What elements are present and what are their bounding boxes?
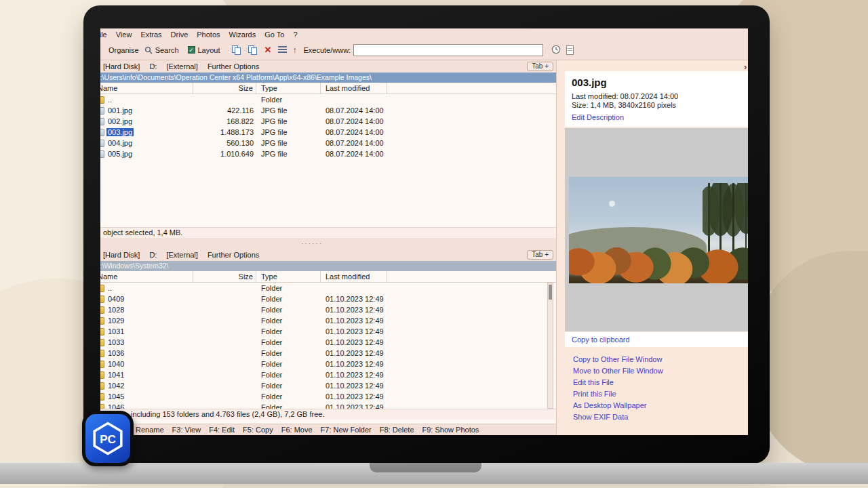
folder-icon bbox=[100, 393, 104, 401]
column-header-type[interactable]: Type bbox=[256, 271, 321, 282]
paste-icon[interactable] bbox=[248, 45, 258, 55]
copy-to-clipboard-link[interactable]: Copy to clipboard bbox=[572, 336, 630, 344]
app-logo[interactable]: PC bbox=[82, 411, 134, 466]
function-key-button[interactable]: F8: Delete bbox=[380, 426, 414, 434]
panel-collapse-icon[interactable]: › bbox=[744, 62, 747, 72]
file-row[interactable]: 1045 Folder 01.10.2023 12:49 bbox=[100, 391, 556, 402]
column-header-name[interactable]: Name bbox=[100, 83, 193, 94]
file-row[interactable]: 001.jpg 422.116 JPG file 08.07.2024 14:0… bbox=[100, 105, 556, 116]
drive-button[interactable]: [Hard Disk] bbox=[103, 62, 140, 70]
file-row[interactable]: 1033 Folder 01.10.2023 12:49 bbox=[100, 337, 556, 348]
column-header-modified[interactable]: Last modified bbox=[321, 271, 387, 282]
file-modified: 01.10.2023 12:49 bbox=[321, 349, 387, 357]
file-row[interactable]: 002.jpg 168.822 JPG file 08.07.2024 14:0… bbox=[100, 116, 556, 127]
file-info-card: 003.jpg Last modified: 08.07.2024 14:00 … bbox=[565, 71, 748, 127]
file-action-link[interactable]: Copy to Other File Window bbox=[573, 355, 748, 363]
menu-item[interactable]: Go To bbox=[264, 30, 284, 39]
pane-splitter[interactable]: ······ bbox=[100, 238, 556, 249]
drive-button[interactable]: D: bbox=[149, 251, 157, 259]
menu-item[interactable]: File bbox=[100, 30, 107, 39]
copy-icon[interactable] bbox=[232, 45, 241, 55]
list-view-icon[interactable] bbox=[278, 46, 287, 54]
column-header-modified[interactable]: Last modified bbox=[321, 83, 387, 94]
function-key-button[interactable]: Rename bbox=[136, 426, 164, 434]
file-type: Folder bbox=[256, 371, 321, 379]
file-modified: 01.10.2023 12:49 bbox=[321, 338, 387, 346]
file-row[interactable]: 1042 Folder 01.10.2023 12:49 bbox=[100, 380, 556, 391]
function-key-button[interactable]: F7: New Folder bbox=[321, 426, 372, 434]
drive-button[interactable]: Further Options bbox=[208, 251, 259, 259]
file-modified: 08.07.2024 14:00 bbox=[321, 117, 387, 125]
column-header-size[interactable]: Size bbox=[193, 271, 256, 282]
bottom-tab-add-button[interactable]: Tab + bbox=[527, 250, 553, 260]
file-action-link[interactable]: Edit this File bbox=[573, 378, 748, 386]
file-action-link[interactable]: As Desktop Wallpaper bbox=[573, 401, 748, 409]
column-header-type[interactable]: Type bbox=[256, 83, 321, 94]
drive-button[interactable]: [External] bbox=[166, 62, 197, 70]
file-action-link[interactable]: Move to Other File Window bbox=[573, 367, 748, 375]
file-action-link[interactable]: Print this File bbox=[573, 390, 748, 398]
file-size: 422.116 bbox=[193, 106, 256, 115]
top-tab-add-button[interactable]: Tab + bbox=[527, 62, 553, 71]
file-manager-window: FileViewExtrasDrivePhotosWizardsGo To? O… bbox=[100, 28, 748, 435]
notes-document-icon[interactable] bbox=[566, 45, 574, 55]
column-header-size[interactable]: Size bbox=[193, 83, 256, 94]
file-type: JPG file bbox=[256, 106, 321, 115]
file-row[interactable]: 003.jpg 1.488.173 JPG file 08.07.2024 14… bbox=[100, 127, 556, 138]
layout-toggle[interactable]: ✓ Layout bbox=[188, 46, 220, 54]
file-name: 1031 bbox=[106, 327, 125, 336]
file-modified: 01.10.2023 12:49 bbox=[321, 392, 387, 401]
drive-button[interactable]: [External] bbox=[166, 251, 197, 259]
up-directory-icon[interactable]: ↑ bbox=[292, 46, 296, 54]
menu-item[interactable]: Photos bbox=[197, 30, 220, 39]
file-row[interactable]: 0409 Folder 01.10.2023 12:49 bbox=[100, 293, 556, 304]
file-modified: 08.07.2024 14:00 bbox=[321, 106, 387, 115]
file-row[interactable]: 004.jpg 560.130 JPG file 08.07.2024 14:0… bbox=[100, 138, 556, 148]
file-row[interactable]: 1041 Folder 01.10.2023 12:49 bbox=[100, 369, 556, 380]
file-row[interactable]: 1040 Folder 01.10.2023 12:49 bbox=[100, 359, 556, 369]
function-key-button[interactable]: F4: Edit bbox=[209, 426, 235, 434]
file-row[interactable]: 1029 Folder 01.10.2023 12:49 bbox=[100, 315, 556, 326]
organise-button[interactable]: Organise bbox=[108, 46, 139, 54]
file-row[interactable]: 1046 Folder 01.10.2023 12:49 bbox=[100, 402, 556, 409]
search-button[interactable]: Search bbox=[144, 46, 179, 54]
drive-button[interactable]: [Hard Disk] bbox=[103, 251, 140, 259]
function-key-button[interactable]: F9: Show Photos bbox=[422, 426, 479, 434]
file-row[interactable]: .. Folder bbox=[100, 283, 556, 293]
edit-description-link[interactable]: Edit Description bbox=[572, 113, 624, 121]
file-type-icon bbox=[100, 140, 104, 147]
menu-item[interactable]: Drive bbox=[171, 30, 189, 39]
menu-bar: FileViewExtrasDrivePhotosWizardsGo To? bbox=[100, 28, 748, 40]
bottom-path-bar[interactable]: C:\Windows\System32\ bbox=[100, 261, 556, 271]
drive-button[interactable]: D: bbox=[149, 62, 157, 70]
file-modified: 08.07.2024 14:00 bbox=[321, 150, 387, 158]
file-row[interactable]: 005.jpg 1.010.649 JPG file 08.07.2024 14… bbox=[100, 148, 556, 159]
bottom-column-headers: Name Size Type Last modified bbox=[100, 271, 556, 283]
menu-item[interactable]: ? bbox=[293, 30, 297, 39]
file-action-link[interactable]: Show EXIF Data bbox=[573, 413, 748, 421]
function-key-button[interactable]: F3: View bbox=[172, 426, 201, 434]
column-header-name[interactable]: Name bbox=[100, 271, 193, 282]
file-name: 1033 bbox=[106, 338, 125, 346]
delete-icon[interactable]: ✕ bbox=[264, 45, 272, 54]
execute-input[interactable] bbox=[353, 44, 543, 56]
folder-icon bbox=[100, 382, 104, 390]
scrollbar[interactable] bbox=[547, 283, 553, 409]
top-path-bar[interactable]: C:\Users\info\Documents\Operation Center… bbox=[100, 73, 556, 83]
photo-preview[interactable] bbox=[569, 177, 748, 283]
menu-item[interactable]: View bbox=[116, 30, 132, 39]
file-row[interactable]: 1028 Folder 01.10.2023 12:49 bbox=[100, 304, 556, 315]
file-type: JPG file bbox=[256, 139, 321, 147]
file-row[interactable]: .. Folder bbox=[100, 94, 556, 105]
function-key-button[interactable]: F6: Move bbox=[281, 426, 313, 434]
menu-item[interactable]: Wizards bbox=[229, 30, 256, 39]
menu-item[interactable]: Extras bbox=[140, 30, 161, 39]
scrollbar-thumb[interactable] bbox=[549, 285, 552, 300]
file-size: 168.822 bbox=[193, 117, 256, 125]
drive-button[interactable]: Further Options bbox=[208, 62, 259, 70]
folder-icon bbox=[100, 350, 104, 357]
history-clock-icon[interactable] bbox=[551, 45, 561, 56]
file-row[interactable]: 1031 Folder 01.10.2023 12:49 bbox=[100, 326, 556, 337]
file-row[interactable]: 1036 Folder 01.10.2023 12:49 bbox=[100, 348, 556, 359]
function-key-button[interactable]: F5: Copy bbox=[243, 426, 273, 434]
